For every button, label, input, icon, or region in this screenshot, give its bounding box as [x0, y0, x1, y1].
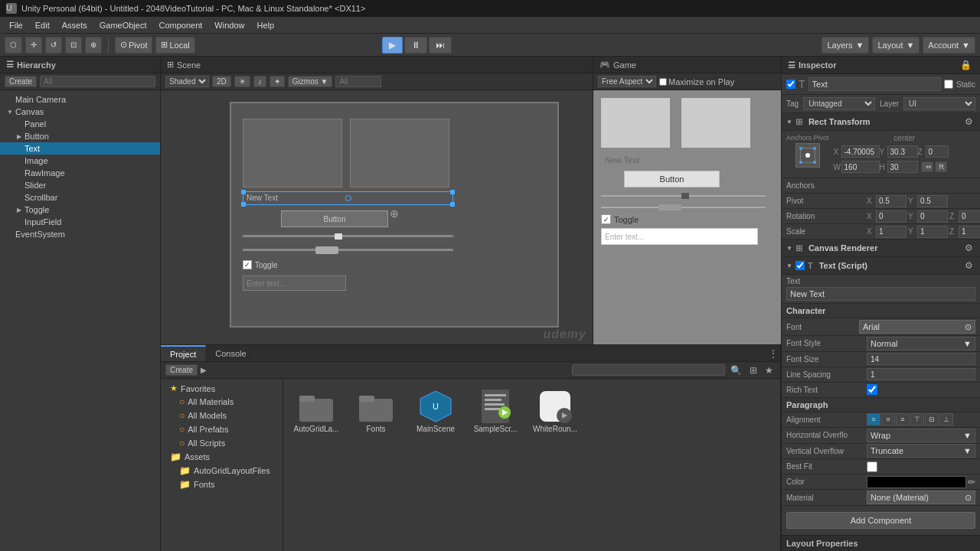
tree-item-inputfield[interactable]: InputField	[0, 216, 160, 228]
tree-item-eventsystem[interactable]: EventSystem	[0, 228, 160, 240]
search-icon[interactable]: 🔍	[728, 365, 744, 376]
scene-content[interactable]: New Text Button ⊕	[161, 90, 593, 344]
gizmos-btn[interactable]: Gizmos ▼	[288, 76, 333, 87]
project-create-btn[interactable]: Create	[165, 364, 198, 376]
account-dropdown[interactable]: Account ▼	[923, 37, 975, 54]
add-component-button[interactable]: Add Component	[786, 512, 975, 529]
line-spacing-field[interactable]	[867, 368, 975, 380]
shading-dropdown[interactable]: Shaded	[165, 76, 209, 87]
font-style-dropdown[interactable]: Normal ▼	[867, 337, 975, 350]
tree-item-text[interactable]: Text	[0, 142, 160, 155]
all-scripts[interactable]: ○ All Scripts	[161, 436, 283, 450]
hierarchy-create-btn[interactable]: Create	[5, 76, 37, 87]
menu-assets[interactable]: Assets	[56, 19, 93, 31]
font-size-field[interactable]	[867, 353, 975, 365]
vert-overflow-dropdown[interactable]: Truncate ▼	[867, 444, 975, 458]
pos-z-field[interactable]	[926, 145, 949, 158]
layout-dropdown[interactable]: Layout ▼	[872, 37, 920, 54]
all-prefabs[interactable]: ○ All Prefabs	[161, 422, 283, 436]
filter-icon[interactable]: ⊞	[747, 365, 760, 376]
best-fit-checkbox[interactable]	[867, 461, 877, 472]
ts-options[interactable]: ⚙	[962, 260, 975, 271]
align-right-btn[interactable]: ≡	[896, 413, 910, 425]
hierarchy-search[interactable]	[40, 76, 155, 87]
menu-gameobject[interactable]: GameObject	[93, 19, 153, 31]
tab-project[interactable]: Project	[161, 345, 206, 361]
tree-item-image[interactable]: Image	[0, 155, 160, 167]
tree-item-panel[interactable]: Panel	[0, 118, 160, 130]
menu-window[interactable]: Window	[208, 19, 250, 31]
color-picker-icon[interactable]: ✏	[968, 477, 975, 487]
panel-options-btn[interactable]: ⋮	[766, 348, 780, 359]
layer-dropdown[interactable]: UI	[903, 97, 975, 110]
menu-file[interactable]: File	[3, 19, 29, 31]
rot-x-field[interactable]	[876, 210, 906, 223]
static-checkbox[interactable]	[944, 80, 953, 89]
rot-z-field[interactable]	[959, 210, 980, 223]
pause-button[interactable]: ⏸	[404, 37, 427, 54]
text-value-input[interactable]	[786, 287, 975, 301]
tree-item-slider[interactable]: Slider	[0, 179, 160, 191]
asset-mainscene[interactable]: U MainScene	[409, 385, 462, 436]
move-tool[interactable]: ✛	[25, 37, 42, 54]
pivot-x-field[interactable]	[876, 195, 906, 207]
text-script-header[interactable]: ▼ T Text (Script) ⚙	[782, 257, 980, 275]
canvas-renderer-header[interactable]: ▼ ⊞ Canvas Renderer ⚙	[782, 240, 980, 257]
audio-btn[interactable]: ♪	[253, 76, 266, 87]
scale-z-field[interactable]	[959, 226, 980, 238]
favorites-header[interactable]: ★ Favorites	[161, 382, 283, 395]
autogrid-folder[interactable]: 📁 AutoGridLayoutFiles	[161, 464, 283, 478]
align-top-btn[interactable]: ⊤	[910, 413, 924, 425]
pivot-button[interactable]: ⊙ Pivot	[115, 37, 152, 54]
tree-item-toggle[interactable]: ▶ Toggle	[0, 204, 160, 216]
align-middle-btn[interactable]: ⊟	[925, 413, 939, 425]
height-field[interactable]	[887, 161, 918, 173]
aspect-dropdown[interactable]: Free Aspect	[598, 76, 656, 87]
color-field[interactable]	[867, 476, 966, 488]
tree-item-button[interactable]: ▶ Button	[0, 130, 160, 142]
menu-help[interactable]: Help	[250, 19, 280, 31]
asset-whiteround[interactable]: WhiteRoun...	[528, 385, 582, 436]
tag-dropdown[interactable]: Untagged	[803, 97, 875, 110]
maximize-checkbox[interactable]	[659, 78, 667, 86]
fonts-folder[interactable]: 📁 Fonts	[161, 478, 283, 491]
object-active-checkbox[interactable]	[786, 80, 795, 89]
all-models[interactable]: ○ All Models	[161, 409, 283, 422]
tree-item-camera[interactable]: Main Camera	[0, 93, 160, 106]
assets-header[interactable]: 📁 Assets	[161, 450, 283, 464]
local-button[interactable]: ⊞ Local	[155, 37, 194, 54]
font-field[interactable]: Arial ⊙	[859, 320, 975, 334]
tree-item-canvas[interactable]: ▼ Canvas	[0, 106, 160, 118]
play-button[interactable]: ▶	[382, 37, 403, 54]
hand-tool[interactable]: ⬡	[5, 37, 22, 54]
tree-item-rawimage[interactable]: RawImage	[0, 167, 160, 179]
tab-console[interactable]: Console	[206, 345, 256, 361]
scene-search[interactable]	[335, 76, 381, 87]
constrain-btn[interactable]: ⇔	[921, 161, 933, 172]
asset-autogrid[interactable]: AutoGridLa...	[289, 385, 343, 436]
cr-options[interactable]: ⚙	[962, 243, 975, 253]
rect-transform-header[interactable]: ▼ ⊞ Rect Transform ⚙	[782, 113, 980, 131]
menu-component[interactable]: Component	[152, 19, 208, 31]
scale-x-field[interactable]	[876, 226, 906, 238]
rich-text-checkbox[interactable]	[867, 384, 877, 395]
project-search[interactable]	[572, 364, 725, 376]
scale-y-field[interactable]	[917, 226, 948, 238]
anchor-box[interactable]	[795, 143, 820, 168]
reset-btn[interactable]: R	[935, 161, 947, 172]
star-icon[interactable]: ★	[763, 365, 776, 376]
maximize-label[interactable]: Maximize on Play	[659, 77, 734, 86]
2d-btn[interactable]: 2D	[212, 76, 231, 87]
rect-tool[interactable]: ⊕	[85, 37, 102, 54]
align-left-btn[interactable]: ≡	[867, 413, 880, 425]
asset-sample[interactable]: SampleScr...	[469, 385, 522, 436]
rt-options[interactable]: ⚙	[962, 116, 975, 127]
layers-dropdown[interactable]: Layers ▼	[822, 37, 869, 54]
rotate-tool[interactable]: ↺	[45, 37, 62, 54]
lighting-btn[interactable]: ☀	[234, 76, 250, 87]
align-bottom-btn[interactable]: ⊥	[939, 413, 953, 425]
pos-y-field[interactable]	[887, 145, 918, 158]
scale-tool[interactable]: ⊡	[65, 37, 82, 54]
game-content[interactable]: New Text Button	[593, 90, 781, 344]
tree-item-scrollbar[interactable]: Scrollbar	[0, 191, 160, 204]
